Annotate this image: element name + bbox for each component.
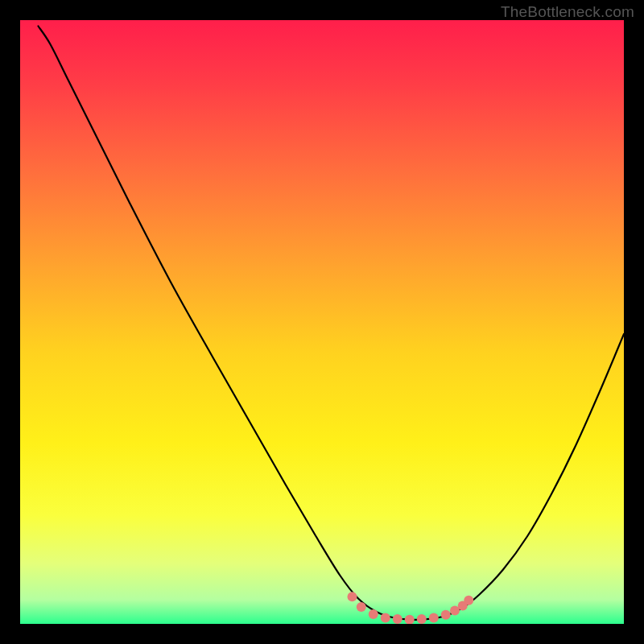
curve-marker <box>429 613 439 623</box>
curve-marker <box>357 602 366 612</box>
curve-layer <box>20 20 624 624</box>
curve-marker <box>369 609 378 619</box>
curve-marker <box>405 615 415 624</box>
curve-marker <box>464 596 473 605</box>
curve-marker <box>381 613 390 623</box>
curve-marker <box>393 614 402 624</box>
plot-area <box>20 20 624 624</box>
curve-marker <box>441 610 451 620</box>
curve-marker <box>348 592 357 601</box>
curve-marker <box>417 614 427 624</box>
watermark-text: TheBottleneck.com <box>501 3 634 21</box>
chart-container: TheBottleneck.com <box>0 0 644 644</box>
bottleneck-curve <box>39 27 625 620</box>
curve-markers <box>348 592 474 624</box>
